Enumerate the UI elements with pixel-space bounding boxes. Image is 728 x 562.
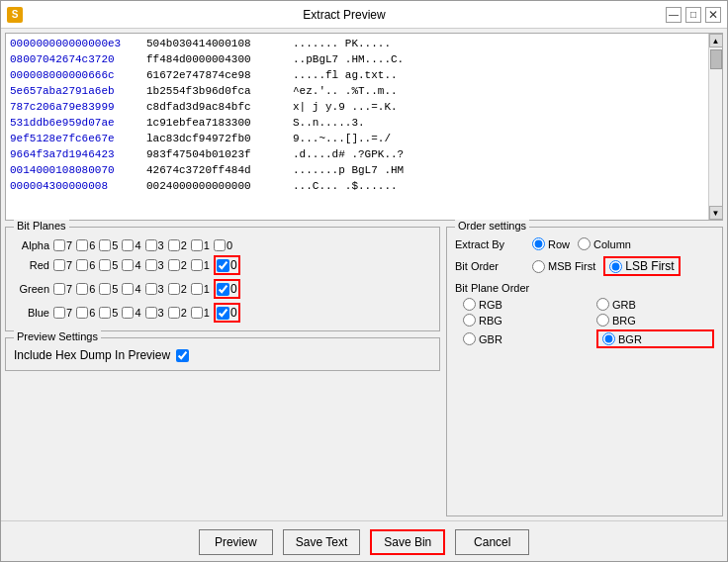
order-settings-label: Order settings xyxy=(455,220,529,232)
alpha-bit-4: 4 xyxy=(122,239,140,251)
bit-order-label: Bit Order xyxy=(455,260,524,272)
bit-plane-order-label: Bit Plane Order xyxy=(455,282,714,294)
save-text-button[interactable]: Save Text xyxy=(283,529,360,555)
red-bit-6: 6 xyxy=(76,259,95,271)
blue-bit-1: 1 xyxy=(191,307,210,319)
preview-settings-label: Preview Settings xyxy=(14,330,101,342)
preview-scrollbar[interactable]: ▲ ▼ xyxy=(708,34,722,220)
right-panel: Order settings Extract By Row Column Bi xyxy=(446,227,723,516)
rgb-radio[interactable] xyxy=(463,298,476,311)
preview-button[interactable]: Preview xyxy=(199,529,273,555)
rgb-option: RGB xyxy=(463,298,581,311)
green-label: Green xyxy=(14,283,49,295)
bgr-radio[interactable] xyxy=(602,332,615,345)
app-icon: S xyxy=(7,7,23,23)
grb-label: GRB xyxy=(612,299,636,311)
lsb-first-radio[interactable] xyxy=(609,260,622,273)
alpha-bit-1: 1 xyxy=(191,239,210,251)
gbr-label: GBR xyxy=(479,333,502,345)
rgb-label: RGB xyxy=(479,299,502,311)
green-bit-4: 4 xyxy=(122,283,140,295)
save-bin-button[interactable]: Save Bin xyxy=(370,529,445,555)
red-bit-2: 2 xyxy=(168,259,187,271)
include-hex-row: Include Hex Dump In Preview xyxy=(14,344,431,362)
red-label: Red xyxy=(14,259,49,271)
alpha-bit-5: 5 xyxy=(99,239,118,251)
order-settings-group: Order settings Extract By Row Column Bi xyxy=(446,227,723,516)
red-row: Red 7 6 5 4 3 2 1 0 xyxy=(14,255,431,275)
extract-by-row-label: Row xyxy=(548,238,570,250)
blue-row: Blue 7 6 5 4 3 2 1 0 xyxy=(14,303,431,323)
extract-by-column-option: Column xyxy=(578,237,631,250)
extract-by-row: Extract By Row Column xyxy=(455,237,714,250)
green-bit-7: 7 xyxy=(53,283,72,295)
msb-first-radio[interactable] xyxy=(532,260,545,273)
maximize-button[interactable]: □ xyxy=(685,7,701,23)
red-bit-7: 7 xyxy=(53,259,72,271)
blue-bit-2: 2 xyxy=(168,307,187,319)
blue-bit-4: 4 xyxy=(122,307,140,319)
red-bit-5: 5 xyxy=(99,259,118,271)
title-controls: — □ ✕ xyxy=(666,7,721,23)
red-bit-3: 3 xyxy=(145,259,164,271)
green-bit-2: 2 xyxy=(168,283,187,295)
bgr-label: BGR xyxy=(618,333,642,345)
bit-planes-grid: Alpha 7 6 5 4 3 2 1 0 Red 7 6 xyxy=(14,239,431,323)
gbr-radio[interactable] xyxy=(463,332,476,345)
hex-line-7: 9ef5128e7fc6e67e lac83dcf94972fb0 9...~.… xyxy=(10,131,704,146)
brg-label: BRG xyxy=(612,315,636,327)
button-bar: Preview Save Text Save Bin Cancel xyxy=(1,520,727,561)
extract-by-column-label: Column xyxy=(593,238,631,250)
red-bit-1: 1 xyxy=(191,259,210,271)
minimize-button[interactable]: — xyxy=(666,7,682,23)
grb-radio[interactable] xyxy=(596,298,609,311)
green-bit-5: 5 xyxy=(99,283,118,295)
bit-planes-group: Bit Planes Alpha 7 6 5 4 3 2 1 0 xyxy=(5,227,440,331)
scroll-down-arrow[interactable]: ▼ xyxy=(709,206,723,220)
window-title: Extract Preview xyxy=(23,8,666,22)
alpha-bit-0: 0 xyxy=(214,239,232,251)
brg-option: BRG xyxy=(596,314,714,327)
left-panel: Bit Planes Alpha 7 6 5 4 3 2 1 0 xyxy=(5,227,440,516)
green-row: Green 7 6 5 4 3 2 1 0 xyxy=(14,279,431,299)
cancel-button[interactable]: Cancel xyxy=(455,529,529,555)
hex-line-3: 000008000000666c 61672e747874ce98 .....f… xyxy=(10,67,704,83)
scroll-up-arrow[interactable]: ▲ xyxy=(709,34,723,47)
bit-plane-order-section: Bit Plane Order RGB GRB RBG xyxy=(455,282,714,348)
alpha-label: Alpha xyxy=(14,239,49,251)
blue-bit-6: 6 xyxy=(76,307,95,319)
red-bit-4: 4 xyxy=(122,259,140,271)
alpha-bit-3: 3 xyxy=(145,239,164,251)
blue-bit-3: 3 xyxy=(145,307,164,319)
blue-bit-7: 7 xyxy=(53,307,72,319)
hex-line-4: 5e657aba2791a6eb 1b2554f3b96d0fca ^ez.'.… xyxy=(10,83,704,99)
green-bit-6: 6 xyxy=(76,283,95,295)
bit-order-row: Bit Order MSB First LSB First xyxy=(455,256,714,276)
scroll-thumb[interactable] xyxy=(710,49,722,69)
hex-line-8: 9664f3a7d1946423 983f47504b01023f .d....… xyxy=(10,146,704,162)
close-button[interactable]: ✕ xyxy=(705,7,721,23)
rbg-label: RBG xyxy=(479,315,502,327)
blue-bit-0-highlighted: 0 xyxy=(214,303,240,323)
hex-lines-container[interactable]: 000000000000000e3 504b030414000108 .....… xyxy=(6,34,708,220)
extract-by-column-radio[interactable] xyxy=(578,237,591,250)
green-bit-0-highlighted: 0 xyxy=(214,279,240,299)
include-hex-checkbox[interactable] xyxy=(176,349,189,362)
include-hex-label: Include Hex Dump In Preview xyxy=(14,348,170,362)
extract-by-row-radio[interactable] xyxy=(532,237,545,250)
alpha-bit-2: 2 xyxy=(168,239,187,251)
title-bar: S Extract Preview — □ ✕ xyxy=(1,1,727,29)
lsb-first-label: LSB First xyxy=(625,259,674,273)
preview-settings-group: Preview Settings Include Hex Dump In Pre… xyxy=(5,337,440,371)
lsb-first-option-highlighted: LSB First xyxy=(603,256,680,276)
hex-line-9: 0014000108080070 42674c3720ff484d ......… xyxy=(10,162,704,178)
brg-radio[interactable] xyxy=(596,314,609,327)
extract-by-row-option: Row xyxy=(532,237,570,250)
rbg-option: RBG xyxy=(463,314,581,327)
rbg-radio[interactable] xyxy=(463,314,476,327)
hex-preview-area: 000000000000000e3 504b030414000108 .....… xyxy=(5,33,723,221)
hex-line-6: 531ddb6e959d07ae 1c91ebfea7183300 S..n..… xyxy=(10,115,704,131)
bit-planes-label: Bit Planes xyxy=(14,220,69,232)
hex-line-2: 08007042674c3720 ff484d0000004300 ..pBgL… xyxy=(10,51,704,67)
bgr-option-highlighted: BGR xyxy=(596,329,714,348)
